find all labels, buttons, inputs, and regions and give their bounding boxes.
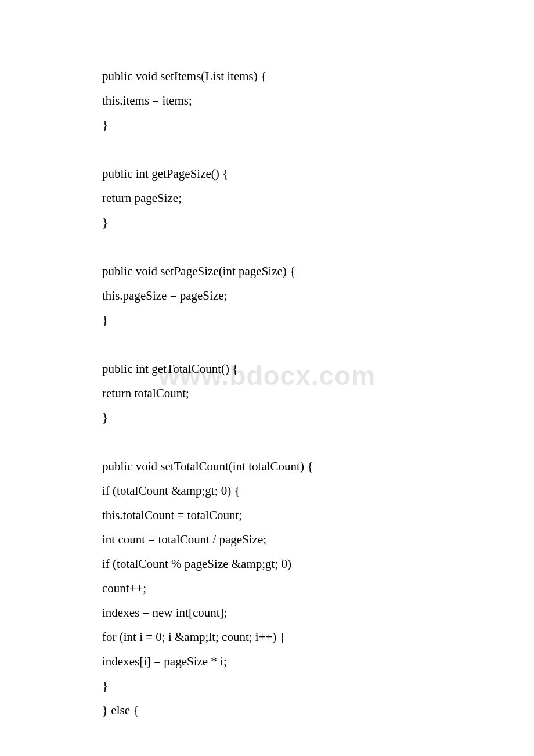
code-line: int count = totalCount / pageSize; bbox=[102, 527, 482, 552]
code-line: } bbox=[102, 308, 482, 332]
code-line: } bbox=[102, 405, 482, 430]
blank-line bbox=[102, 235, 482, 259]
code-line: public int getPageSize() { bbox=[102, 161, 482, 186]
code-line: this.pageSize = pageSize; bbox=[102, 283, 482, 308]
code-line: count++; bbox=[102, 576, 482, 600]
code-line: indexes[i] = pageSize * i; bbox=[102, 649, 482, 674]
code-line: this.totalCount = totalCount; bbox=[102, 503, 482, 527]
code-line: } bbox=[102, 113, 482, 137]
code-line: } else { bbox=[102, 698, 482, 722]
code-line: public int getTotalCount() { bbox=[102, 357, 482, 381]
blank-line bbox=[102, 332, 482, 357]
code-line: if (totalCount % pageSize &amp;gt; 0) bbox=[102, 552, 482, 576]
code-line: if (totalCount &amp;gt; 0) { bbox=[102, 478, 482, 503]
code-line: indexes = new int[count]; bbox=[102, 600, 482, 625]
code-line: } bbox=[102, 674, 482, 698]
code-line: public void setPageSize(int pageSize) { bbox=[102, 259, 482, 283]
code-line: public void setItems(List items) { bbox=[102, 64, 482, 88]
code-line: for (int i = 0; i &amp;lt; count; i++) { bbox=[102, 625, 482, 649]
code-line: return totalCount; bbox=[102, 381, 482, 405]
blank-line bbox=[102, 430, 482, 454]
code-line: public void setTotalCount(int totalCount… bbox=[102, 454, 482, 478]
code-line: } bbox=[102, 210, 482, 235]
code-line: this.items = items; bbox=[102, 88, 482, 113]
document-page: www.bdocx.com public void setItems(List … bbox=[0, 0, 534, 756]
code-line: return pageSize; bbox=[102, 186, 482, 210]
blank-line bbox=[102, 137, 482, 161]
